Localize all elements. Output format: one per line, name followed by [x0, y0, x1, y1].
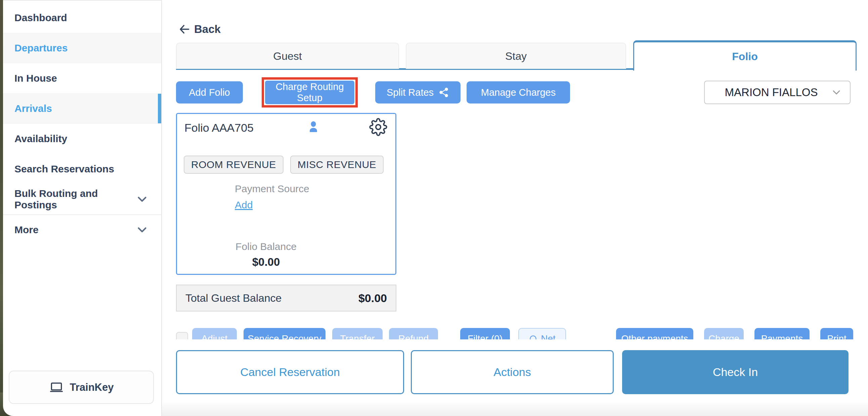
footer-bar: Cancel Reservation Actions Check In	[162, 339, 868, 416]
sidebar-item-label: In House	[14, 72, 57, 84]
total-guest-balance-label: Total Guest Balance	[185, 292, 281, 304]
circle-icon	[529, 334, 537, 339]
sidebar-item-label: Arrivals	[14, 103, 52, 114]
guest-selector-dropdown[interactable]: MARION FIALLOS	[704, 81, 850, 104]
button-label: Refund	[398, 333, 429, 339]
active-indicator-bar	[158, 94, 161, 123]
sidebar-item-dashboard[interactable]: Dashboard	[3, 3, 161, 33]
tab-label: Stay	[505, 50, 527, 62]
gear-icon[interactable]	[369, 118, 387, 136]
total-guest-balance-row: Total Guest Balance $0.00	[176, 285, 396, 311]
charge-actions-row: Adjust Service Recovery Transfer Refund …	[176, 328, 868, 339]
charge-routing-setup-button[interactable]: Charge Routing Setup	[265, 81, 354, 104]
folio-balance-value: $0.00	[177, 256, 355, 268]
person-icon[interactable]	[305, 119, 321, 135]
sidebar-item-in-house[interactable]: In House	[3, 63, 161, 93]
charge-button[interactable]: Charge	[704, 328, 744, 339]
sidebar-item-search-reservations[interactable]: Search Reservations	[3, 154, 161, 184]
button-label: Net	[541, 333, 556, 339]
button-label: Split Rates	[386, 87, 434, 98]
sidebar-item-label: Search Reservations	[14, 163, 114, 175]
cancel-reservation-button[interactable]: Cancel Reservation	[176, 350, 404, 394]
folio-balance-block: Folio Balance $0.00	[177, 241, 355, 268]
sidebar: Dashboard Departures In House Arrivals A…	[3, 0, 162, 416]
total-guest-balance-value: $0.00	[359, 292, 387, 305]
room-revenue-badge: ROOM REVENUE	[184, 156, 283, 174]
refund-button[interactable]: Refund	[389, 328, 438, 339]
misc-revenue-badge: MISC REVENUE	[290, 156, 383, 174]
folio-card-title: Folio AAA705	[184, 121, 254, 135]
other-payments-button[interactable]: Other payments	[616, 328, 693, 339]
back-button[interactable]: Back	[178, 22, 221, 37]
revenue-badges: ROOM REVENUE MISC REVENUE	[184, 156, 383, 174]
tab-stay[interactable]: Stay	[406, 43, 626, 69]
adjust-button[interactable]: Adjust	[192, 328, 237, 339]
tab-folio[interactable]: Folio	[633, 40, 857, 70]
manage-charges-button[interactable]: Manage Charges	[467, 81, 570, 103]
sidebar-item-more[interactable]: More	[3, 214, 161, 245]
button-label: Cancel Reservation	[240, 365, 340, 379]
reservation-folio-screen: Dashboard Departures In House Arrivals A…	[0, 0, 868, 416]
trainkey-button[interactable]: TrainKey	[9, 370, 154, 404]
sidebar-item-label: Dashboard	[14, 12, 67, 24]
actions-button[interactable]: Actions	[411, 350, 614, 394]
folio-balance-label: Folio Balance	[177, 241, 355, 252]
share-icon	[438, 87, 449, 98]
guest-selector-value: MARION FIALLOS	[712, 86, 830, 99]
transfer-button[interactable]: Transfer	[332, 328, 382, 339]
split-rates-button[interactable]: Split Rates	[375, 81, 461, 103]
filter-button[interactable]: Filter (0)	[460, 328, 510, 339]
sidebar-nav: Dashboard Departures In House Arrivals A…	[3, 1, 161, 245]
button-label: Add Folio	[189, 87, 230, 98]
select-all-checkbox[interactable]	[176, 332, 188, 339]
sidebar-item-label: Availability	[14, 133, 67, 145]
arrow-left-icon	[178, 23, 191, 36]
print-button[interactable]: Print	[820, 328, 853, 339]
laptop-icon	[49, 380, 64, 395]
highlight-box: Charge Routing Setup	[262, 77, 358, 108]
service-recovery-button[interactable]: Service Recovery	[244, 328, 326, 339]
net-toggle-button[interactable]: Net	[518, 328, 566, 339]
button-label: Manage Charges	[481, 87, 556, 98]
button-label: Adjust	[202, 333, 228, 339]
back-label: Back	[194, 23, 221, 36]
button-label: Check In	[713, 365, 758, 379]
button-label: Service Recovery	[248, 333, 321, 339]
folio-card: Folio AAA705 ROOM REVENUE MISC REVENUE P…	[176, 113, 396, 275]
sidebar-item-label: Departures	[14, 42, 67, 54]
button-label: Charge Routing Setup	[275, 81, 344, 103]
payments-button[interactable]: Payments	[754, 328, 810, 339]
button-label: Payments	[761, 333, 803, 339]
add-folio-button[interactable]: Add Folio	[176, 81, 243, 103]
payment-source-block: Payment Source Add	[235, 183, 309, 211]
button-label: Transfer	[340, 333, 375, 339]
sidebar-item-availability[interactable]: Availability	[3, 124, 161, 154]
button-label: Actions	[493, 365, 531, 379]
chevron-down-icon	[135, 192, 149, 206]
button-label: Filter (0)	[468, 333, 502, 339]
sidebar-item-label: Bulk Routing and Postings	[14, 188, 135, 211]
tab-label: Guest	[273, 50, 302, 62]
trainkey-label: TrainKey	[70, 381, 114, 393]
add-payment-source-link[interactable]: Add	[235, 199, 253, 211]
payment-source-label: Payment Source	[235, 183, 309, 195]
button-label: Print	[827, 333, 846, 339]
background-strip	[0, 0, 3, 416]
sidebar-item-arrivals[interactable]: Arrivals	[3, 93, 161, 124]
button-label: Charge	[708, 333, 739, 339]
sidebar-item-label: More	[14, 224, 39, 236]
chevron-down-icon	[135, 223, 149, 237]
tab-guest[interactable]: Guest	[176, 43, 399, 69]
tab-label: Folio	[732, 51, 757, 63]
sidebar-item-bulk-routing[interactable]: Bulk Routing and Postings	[3, 184, 161, 214]
sidebar-item-departures[interactable]: Departures	[3, 33, 161, 63]
chevron-down-icon	[830, 86, 842, 98]
button-label: Other payments	[621, 333, 688, 339]
check-in-button[interactable]: Check In	[622, 350, 848, 394]
